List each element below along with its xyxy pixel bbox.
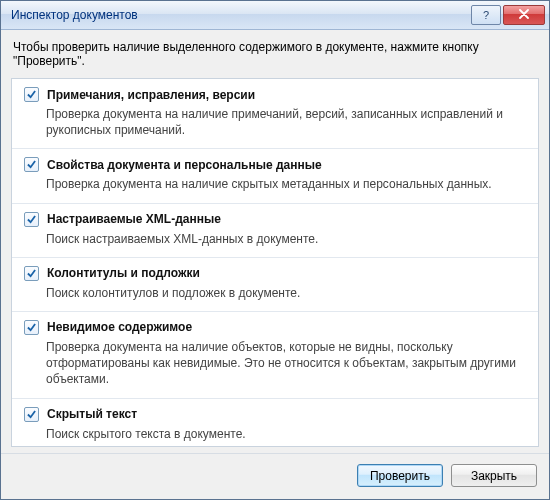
help-icon: ? [483, 9, 489, 21]
option-invisible-content: Невидимое содержимое Проверка документа … [12, 312, 538, 399]
option-desc: Проверка документа на наличие объектов, … [46, 339, 526, 388]
checkbox[interactable] [24, 87, 39, 102]
option-desc: Проверка документа на наличие скрытых ме… [46, 176, 526, 192]
check-icon [27, 323, 36, 332]
option-header: Скрытый текст [24, 407, 526, 422]
option-header: Колонтитулы и подложки [24, 266, 526, 281]
check-icon [27, 410, 36, 419]
option-headers-footers: Колонтитулы и подложки Поиск колонтитуло… [12, 258, 538, 312]
option-desc: Проверка документа на наличие примечаний… [46, 106, 526, 138]
option-header: Свойства документа и персональные данные [24, 157, 526, 172]
option-header: Примечания, исправления, версии [24, 87, 526, 102]
options-panel: Примечания, исправления, версии Проверка… [11, 78, 539, 447]
option-header: Невидимое содержимое [24, 320, 526, 335]
option-title: Колонтитулы и подложки [47, 266, 200, 280]
close-icon [519, 9, 529, 21]
window-title: Инспектор документов [11, 8, 469, 22]
check-icon [27, 269, 36, 278]
option-title: Примечания, исправления, версии [47, 88, 255, 102]
option-title: Настраиваемые XML-данные [47, 212, 221, 226]
close-button[interactable]: Закрыть [451, 464, 537, 487]
option-desc: Поиск колонтитулов и подложек в документ… [46, 285, 526, 301]
checkbox[interactable] [24, 266, 39, 281]
check-icon [27, 90, 36, 99]
option-desc: Поиск настраиваемых XML-данных в докумен… [46, 231, 526, 247]
option-custom-xml: Настраиваемые XML-данные Поиск настраива… [12, 204, 538, 258]
option-title: Скрытый текст [47, 407, 137, 421]
option-comments-revisions: Примечания, исправления, версии Проверка… [12, 79, 538, 149]
close-window-button[interactable] [503, 5, 545, 25]
option-title: Свойства документа и персональные данные [47, 158, 322, 172]
option-doc-properties: Свойства документа и персональные данные… [12, 149, 538, 203]
checkbox[interactable] [24, 407, 39, 422]
checkbox[interactable] [24, 157, 39, 172]
inspect-button[interactable]: Проверить [357, 464, 443, 487]
option-desc: Поиск скрытого текста в документе. [46, 426, 526, 442]
dialog-window: Инспектор документов ? Чтобы проверить н… [0, 0, 550, 500]
help-button[interactable]: ? [471, 5, 501, 25]
check-icon [27, 215, 36, 224]
option-hidden-text: Скрытый текст Поиск скрытого текста в до… [12, 399, 538, 448]
titlebar: Инспектор документов ? [1, 1, 549, 30]
option-title: Невидимое содержимое [47, 320, 192, 334]
checkbox[interactable] [24, 320, 39, 335]
instruction-text: Чтобы проверить наличие выделенного соде… [1, 30, 549, 74]
titlebar-buttons: ? [469, 5, 545, 25]
check-icon [27, 160, 36, 169]
checkbox[interactable] [24, 212, 39, 227]
option-header: Настраиваемые XML-данные [24, 212, 526, 227]
button-row: Проверить Закрыть [1, 453, 549, 499]
